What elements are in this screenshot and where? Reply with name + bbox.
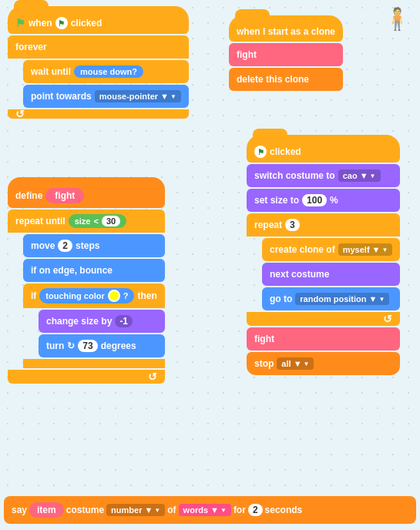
forever-block[interactable]: forever wait until mouse down? point tow…: [8, 35, 189, 119]
repeat-input[interactable]: 3: [285, 219, 300, 231]
repeat-3-block[interactable]: repeat 3 create clone of myself ▼ next c…: [247, 213, 400, 326]
fight-block-1[interactable]: fight: [229, 43, 343, 66]
loop-arrow-1: ↺: [15, 108, 25, 120]
costume-label: costume: [66, 505, 104, 515]
delete-clone-label: delete this clone: [237, 74, 309, 85]
of-label: of: [167, 505, 176, 515]
delete-clone-block[interactable]: delete this clone: [229, 68, 343, 91]
point-towards-block[interactable]: point towards mouse-pointer ▼: [23, 85, 189, 108]
loop-arrow-2: ↺: [148, 371, 157, 383]
sprite-character: 🧍: [384, 6, 411, 32]
wait-until-block[interactable]: wait until mouse down?: [23, 60, 189, 83]
move-steps-block[interactable]: move 2 steps: [23, 234, 165, 257]
degrees-input[interactable]: 73: [78, 340, 97, 352]
seconds-label: seconds: [265, 505, 303, 515]
words-dropdown[interactable]: words ▼: [179, 504, 231, 516]
for-label: for: [234, 505, 246, 515]
next-costume-block[interactable]: next costume: [262, 263, 400, 286]
turn-degrees-block[interactable]: turn ↻ 73 degrees: [39, 334, 165, 357]
set-size-block[interactable]: set size to 100 %: [247, 189, 400, 212]
size-input[interactable]: 100: [302, 194, 327, 206]
seconds-input[interactable]: 2: [248, 504, 263, 516]
clone-hat-block[interactable]: when I start as a clone: [229, 15, 343, 42]
when-clicked-hat-2[interactable]: ⚑ clicked: [247, 135, 400, 163]
edge-bounce-block[interactable]: if on edge, bounce: [23, 259, 165, 282]
steps-input[interactable]: 2: [58, 240, 72, 252]
fight-label-2: fight: [254, 334, 274, 344]
when-clicked-hat[interactable]: ⚑ when 🚩 clicked when ⚑ clicked: [8, 6, 189, 34]
bottom-bar[interactable]: say item costume number ▼ of words ▼ for…: [4, 496, 416, 524]
stop-block[interactable]: stop all ▼: [247, 352, 400, 375]
flag-icon-2: ⚑: [254, 146, 267, 158]
color-swatch[interactable]: [108, 290, 120, 302]
switch-costume-block[interactable]: switch costume to cao ▼: [247, 164, 400, 187]
stack-4: ⚑ clicked switch costume to cao ▼ set si…: [247, 135, 400, 375]
item-input[interactable]: item: [29, 502, 64, 518]
create-clone-block[interactable]: create clone of myself ▼: [262, 238, 400, 261]
turn-icon: ↻: [67, 340, 75, 351]
touching-color-condition[interactable]: touching color ?: [39, 288, 134, 304]
fight-label-1: fight: [237, 49, 257, 60]
size-condition[interactable]: size < 30: [69, 214, 126, 228]
stack-2: when I start as a clone fight delete thi…: [229, 15, 343, 91]
say-label: say: [12, 505, 27, 515]
forever-label: forever: [15, 42, 47, 52]
costume-dropdown[interactable]: cao ▼: [338, 169, 381, 182]
define-fight-label[interactable]: fight: [45, 188, 84, 203]
repeat-until-block[interactable]: repeat until size < 30 move 2 steps if o…: [8, 210, 165, 384]
stack-1: ⚑ when 🚩 clicked when ⚑ clicked forever …: [8, 6, 189, 119]
define-block[interactable]: define fight: [8, 177, 165, 208]
stack-3: define fight repeat until size < 30 move…: [8, 177, 165, 384]
size-change-input[interactable]: -1: [115, 315, 133, 327]
stop-dropdown[interactable]: all ▼: [277, 357, 314, 370]
fight-block-2[interactable]: fight: [247, 327, 400, 351]
loop-arrow-3: ↺: [383, 313, 392, 325]
change-size-block[interactable]: change size by -1: [39, 310, 165, 333]
mouse-pointer-dropdown[interactable]: mouse-pointer ▼: [95, 90, 181, 102]
go-to-block[interactable]: go to random position ▼: [262, 287, 400, 310]
clone-dropdown[interactable]: myself ▼: [338, 243, 393, 256]
number-dropdown[interactable]: number ▼: [106, 504, 165, 516]
if-touching-block[interactable]: if touching color ? then change size by …: [23, 283, 165, 368]
flag-symbol-1: ⚑: [55, 17, 68, 29]
flag-icon-1: ⚑: [15, 17, 25, 29]
mouse-down-input[interactable]: mouse down?: [74, 65, 143, 78]
position-dropdown[interactable]: random position ▼: [295, 293, 389, 305]
